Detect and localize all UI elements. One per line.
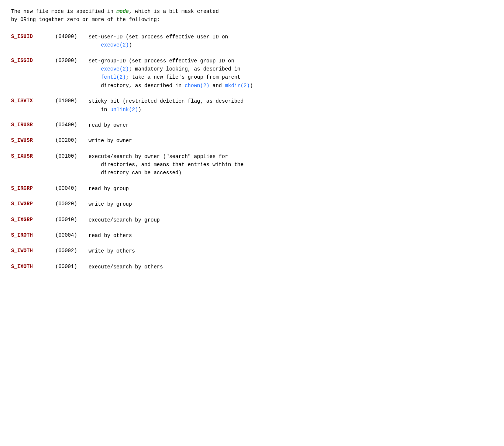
entry-row-sisvtx: S_ISVTX (01000) sticky bit (restricted d… [11,97,493,114]
execve2-link-1[interactable]: execve(2) [101,42,129,48]
fcntl2-link[interactable]: fcntl(2) [101,74,126,80]
entry-code-sixgrp: (00010) [55,216,89,224]
entries-table: S_ISUID (04000) set-user-ID (set process… [11,33,493,271]
entry-desc-siwusr: write by owner [89,137,493,145]
entry-code-sisgid: (02000) [55,57,89,65]
mkdir2-link[interactable]: mkdir(2) [225,83,250,89]
entry-desc-sisuid: set-user-ID (set process effective user … [89,33,493,49]
entry-row-siwoth: S_IWOTH (00002) write by others [11,247,493,255]
entry-row-sisgid: S_ISGID (02000) set-group-ID (set proces… [11,57,493,90]
entry-desc-sixoth: execute/search by others [89,263,493,271]
entry-row: S_ISUID (04000) set-user-ID (set process… [11,33,493,49]
entry-name-siwgrp: S_IWGRP [11,200,55,208]
entry-desc-siroth: read by others [89,231,493,240]
entry-row-siwusr: S_IWUSR (00200) write by owner [11,137,493,145]
entry-row-siwgrp: S_IWGRP (00020) write by group [11,200,493,208]
entry-code-sisuid: (04000) [55,33,89,41]
entry-row-sixoth: S_IXOTH (00001) execute/search by others [11,263,493,271]
entry-code-siwgrp: (00020) [55,200,89,208]
entry-name-siwusr: S_IWUSR [11,137,55,144]
chown2-link[interactable]: chown(2) [184,83,209,89]
entry-desc-sirgrp: read by group [89,185,493,193]
entry-desc-sirusr: read by owner [89,121,493,129]
execve2-link-2[interactable]: execve(2) [101,66,129,72]
entry-row-siroth: S_IROTH (00004) read by others [11,231,493,240]
entry-name-sisgid: S_ISGID [11,57,55,65]
entry-desc-sisgid: set-group-ID (set process effective grou… [89,57,493,90]
entry-row-sixusr: S_IXUSR (00100) execute/search by owner … [11,152,493,177]
entry-name-siroth: S_IROTH [11,231,55,239]
entry-name-sirgrp: S_IRGRP [11,185,55,192]
entry-code-siwusr: (00200) [55,137,89,144]
entry-desc-sisvtx: sticky bit (restricted deletion flag, as… [89,97,493,114]
entry-name-sixoth: S_IXOTH [11,263,55,271]
entry-code-siroth: (00004) [55,231,89,239]
mode-keyword: mode [117,8,129,14]
entry-row-sirgrp: S_IRGRP (00040) read by group [11,185,493,193]
entry-name-sixgrp: S_IXGRP [11,216,55,224]
entry-code-sixoth: (00001) [55,263,89,271]
intro-line2: by ORing together zero or more of the fo… [11,17,160,23]
entry-code-sirusr: (00400) [55,121,89,129]
entry-code-sixusr: (00100) [55,152,89,160]
entry-name-sisvtx: S_ISVTX [11,97,55,105]
entry-row-sirusr: S_IRUSR (00400) read by owner [11,121,493,129]
entry-desc-siwoth: write by others [89,247,493,255]
entry-name-sixusr: S_IXUSR [11,152,55,160]
entry-code-siwoth: (00002) [55,247,89,255]
entry-code-sisvtx: (01000) [55,97,89,105]
entry-desc-sixgrp: execute/search by group [89,216,493,224]
intro-line1: The new file mode is specified in [11,8,117,14]
unlink2-link[interactable]: unlink(2) [110,107,138,113]
entry-desc-siwgrp: write by group [89,200,493,208]
entry-name-sirusr: S_IRUSR [11,121,55,129]
intro-line1-cont: , which is a bit mask created [129,8,219,14]
entry-row-sixgrp: S_IXGRP (00010) execute/search by group [11,216,493,224]
entry-desc-sixusr: execute/search by owner ("search" applie… [89,152,493,177]
entry-name-sisuid: S_ISUID [11,33,55,41]
entry-name-siwoth: S_IWOTH [11,247,55,255]
intro-paragraph: The new file mode is specified in mode, … [11,7,493,24]
entry-code-sirgrp: (00040) [55,185,89,192]
